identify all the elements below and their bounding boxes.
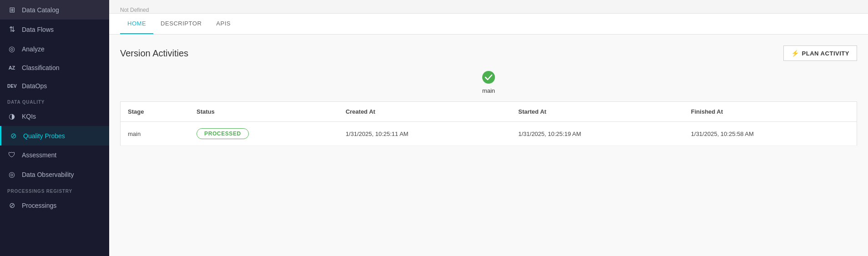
sidebar-item-data-observability[interactable]: ◎ Data Observability: [0, 165, 109, 184]
cell-started-at: 1/31/2025, 10:25:19 AM: [511, 122, 684, 146]
sidebar-item-label: Processings: [22, 202, 56, 209]
top-partial-area: Not Defined: [109, 0, 868, 14]
quality-probes-icon: ⊘: [9, 131, 18, 140]
sidebar-item-label: Data Flows: [22, 26, 54, 33]
sidebar-item-label: Classification: [22, 64, 59, 71]
success-check-icon: [481, 70, 496, 85]
sidebar-item-label: KQIs: [22, 113, 36, 120]
col-status: Status: [189, 102, 338, 122]
plan-activity-label: PLAN ACTIVITY: [802, 50, 849, 57]
section-label-processings-registry: PROCESSINGS REGISTRY: [0, 184, 109, 196]
sidebar-item-label: DataOps: [22, 82, 47, 90]
assessment-icon: 🛡: [7, 151, 16, 159]
table-row: main PROCESSED 1/31/2025, 10:25:11 AM 1/…: [121, 122, 857, 146]
pipeline-node-label: main: [482, 87, 495, 94]
sidebar-item-assessment[interactable]: 🛡 Assessment: [0, 146, 109, 165]
sidebar-item-label: Assessment: [22, 151, 56, 159]
tabs-bar: HOME DESCRIPTOR APIS: [109, 14, 868, 35]
dataops-icon: DEV: [7, 84, 16, 89]
sidebar-item-label: Data Catalog: [22, 6, 59, 14]
pipeline-node-main: main: [481, 70, 496, 94]
sidebar: ⊞ Data Catalog ⇅ Data Flows ◎ Analyze AZ…: [0, 0, 109, 256]
plan-activity-button[interactable]: ⚡ PLAN ACTIVITY: [783, 45, 857, 61]
kqis-icon: ◑: [7, 112, 16, 120]
table-header-row: Stage Status Created At Started At Finis…: [121, 102, 857, 122]
tab-home[interactable]: HOME: [120, 14, 153, 34]
section-title: Version Activities: [120, 48, 188, 59]
cell-status: PROCESSED: [189, 122, 338, 146]
lightning-icon: ⚡: [791, 50, 799, 57]
status-badge: PROCESSED: [197, 128, 249, 139]
sidebar-item-processings[interactable]: ⊘ Processings: [0, 196, 109, 215]
cell-stage: main: [121, 122, 190, 146]
activity-table: Stage Status Created At Started At Finis…: [120, 101, 857, 146]
sidebar-item-dataops[interactable]: DEV DataOps: [0, 77, 109, 95]
sidebar-item-label: Data Observability: [22, 171, 74, 178]
sidebar-item-classification[interactable]: AZ Classification: [0, 59, 109, 77]
content-area: Version Activities ⚡ PLAN ACTIVITY main …: [109, 35, 868, 256]
sidebar-item-analyze[interactable]: ◎ Analyze: [0, 39, 109, 59]
sidebar-item-data-flows[interactable]: ⇅ Data Flows: [0, 20, 109, 39]
sidebar-item-data-catalog[interactable]: ⊞ Data Catalog: [0, 0, 109, 20]
processings-icon: ⊘: [7, 201, 16, 210]
section-label-data-quality: DATA QUALITY: [0, 95, 109, 106]
data-catalog-icon: ⊞: [7, 5, 16, 14]
tab-apis[interactable]: APIS: [209, 14, 238, 34]
analyze-icon: ◎: [7, 45, 16, 53]
tab-descriptor[interactable]: DESCRIPTOR: [153, 14, 209, 34]
col-started-at: Started At: [511, 102, 684, 122]
sidebar-item-quality-probes[interactable]: ⊘ Quality Probes: [0, 126, 109, 146]
classification-icon: AZ: [7, 65, 16, 70]
section-header: Version Activities ⚡ PLAN ACTIVITY: [120, 45, 857, 61]
col-finished-at: Finished At: [684, 102, 857, 122]
cell-created-at: 1/31/2025, 10:25:11 AM: [338, 122, 511, 146]
main-content: Not Defined HOME DESCRIPTOR APIS Version…: [109, 0, 868, 256]
sidebar-item-label: Analyze: [22, 45, 45, 53]
pipeline-area: main: [120, 70, 857, 94]
sidebar-item-label: Quality Probes: [23, 132, 65, 140]
col-stage: Stage: [121, 102, 190, 122]
not-defined-label: Not Defined: [120, 7, 149, 13]
data-flows-icon: ⇅: [7, 25, 16, 34]
cell-finished-at: 1/31/2025, 10:25:58 AM: [684, 122, 857, 146]
data-observability-icon: ◎: [7, 170, 16, 179]
svg-point-0: [482, 71, 495, 84]
sidebar-item-kqis[interactable]: ◑ KQIs: [0, 106, 109, 126]
col-created-at: Created At: [338, 102, 511, 122]
